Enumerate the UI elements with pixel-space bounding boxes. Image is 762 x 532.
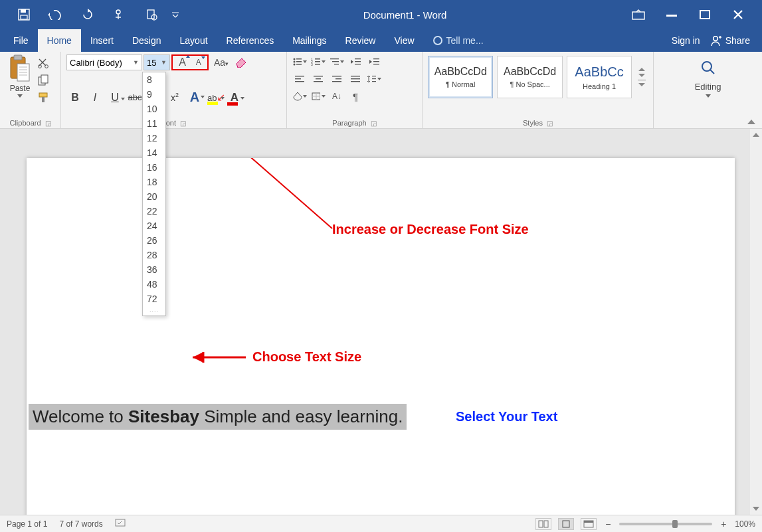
sign-in-link[interactable]: Sign in	[672, 35, 700, 46]
tab-mailings[interactable]: Mailings	[283, 29, 335, 52]
font-color-button[interactable]: A	[227, 91, 242, 104]
scroll-up-button[interactable]	[750, 129, 762, 141]
strikethrough-button[interactable]: abc	[128, 92, 142, 102]
chevron-down-icon[interactable]	[638, 83, 645, 86]
paragraph-launcher-icon[interactable]: ◲	[371, 120, 377, 127]
size-option[interactable]: 14	[143, 145, 165, 160]
text-effects-button[interactable]: A	[187, 90, 202, 105]
read-mode-button[interactable]	[535, 518, 551, 530]
size-option[interactable]: 22	[143, 204, 165, 219]
styles-launcher-icon[interactable]: ◲	[547, 120, 553, 127]
style-normal[interactable]: AaBbCcDd ¶ Normal	[428, 56, 493, 98]
tab-home[interactable]: Home	[38, 29, 81, 52]
paste-button[interactable]: Paste	[5, 54, 35, 104]
align-center-button[interactable]	[311, 73, 326, 85]
clipboard-launcher-icon[interactable]: ◲	[45, 120, 51, 127]
show-marks-button[interactable]: ¶	[348, 90, 363, 102]
zoom-thumb[interactable]	[672, 520, 678, 528]
format-painter-button[interactable]	[37, 92, 50, 104]
font-size-selector[interactable]: 15 ▼	[143, 54, 170, 70]
line-spacing-button[interactable]	[367, 73, 381, 85]
font-size-dropdown[interactable]: 8 9 10 11 12 14 16 18 20 22 24 26 28 36 …	[142, 72, 166, 316]
print-preview-button[interactable]	[142, 5, 161, 24]
undo-button[interactable]	[43, 5, 69, 24]
align-left-button[interactable]	[292, 73, 307, 85]
size-option[interactable]: 8	[143, 72, 165, 87]
minimize-button[interactable]	[662, 5, 681, 24]
increase-indent-button[interactable]	[367, 56, 381, 68]
underline-button[interactable]: U	[108, 92, 122, 104]
touch-mode-button[interactable]	[106, 5, 133, 24]
qat-customize-dropdown[interactable]	[170, 5, 181, 24]
borders-button[interactable]	[311, 90, 326, 102]
size-option[interactable]: 16	[143, 160, 165, 175]
size-option[interactable]: 18	[143, 175, 165, 189]
size-option[interactable]: 9	[143, 87, 165, 102]
increase-font-size-button[interactable]: A	[179, 56, 186, 68]
clear-formatting-button[interactable]	[234, 56, 250, 69]
styles-gallery-scroll[interactable]	[636, 68, 648, 86]
tab-file[interactable]: File	[4, 29, 38, 52]
page[interactable]: Increase or Decrease Font Size Choose Te…	[27, 158, 735, 515]
size-option[interactable]: 28	[143, 248, 165, 262]
highlight-button[interactable]: ab↙	[207, 91, 222, 104]
copy-button[interactable]	[37, 74, 50, 86]
size-option[interactable]: 10	[143, 102, 165, 116]
tell-me-search[interactable]: Tell me...	[433, 29, 484, 52]
size-option[interactable]: 48	[143, 277, 165, 292]
decrease-font-size-button[interactable]: A	[196, 58, 201, 67]
zoom-in-button[interactable]: +	[719, 519, 728, 529]
word-count[interactable]: 7 of 7 words	[59, 519, 102, 529]
change-case-button[interactable]: Aa▾	[210, 57, 233, 68]
tab-insert[interactable]: Insert	[81, 29, 123, 52]
web-layout-button[interactable]	[581, 518, 597, 530]
bullets-button[interactable]	[292, 56, 307, 68]
font-name-selector[interactable]: Calibri (Body) ▼	[66, 54, 142, 70]
proofing-icon[interactable]	[115, 518, 127, 529]
chevron-down-icon[interactable]	[638, 74, 645, 77]
ribbon-options-icon[interactable]	[629, 5, 648, 24]
tab-references[interactable]: References	[217, 29, 284, 52]
tab-view[interactable]: View	[385, 29, 423, 52]
save-icon[interactable]	[15, 5, 33, 24]
print-layout-button[interactable]	[558, 518, 574, 530]
cut-button[interactable]	[37, 57, 50, 69]
size-option[interactable]: 12	[143, 131, 165, 145]
tab-design[interactable]: Design	[123, 29, 171, 52]
size-option[interactable]: 20	[143, 189, 165, 204]
superscript-button[interactable]: x2	[167, 92, 182, 103]
tab-review[interactable]: Review	[336, 29, 385, 52]
collapse-ribbon-button[interactable]	[747, 120, 755, 124]
multilevel-list-button[interactable]	[330, 56, 344, 68]
size-option[interactable]: 72	[143, 292, 165, 306]
chevron-up-icon[interactable]	[638, 68, 645, 71]
share-button[interactable]: Share	[710, 35, 750, 46]
shading-button[interactable]	[292, 90, 307, 102]
scroll-down-button[interactable]	[750, 503, 762, 515]
italic-button[interactable]: I	[88, 92, 102, 104]
decrease-indent-button[interactable]	[348, 56, 363, 68]
justify-button[interactable]	[348, 73, 363, 85]
zoom-level[interactable]: 100%	[735, 519, 755, 529]
page-indicator[interactable]: Page 1 of 1	[7, 519, 47, 529]
zoom-out-button[interactable]: −	[603, 519, 613, 529]
dropdown-resize-grip[interactable]: ∙∙∙∙	[143, 306, 165, 315]
selected-text[interactable]: Welcome to Sitesbay Simple and easy lear…	[29, 404, 407, 430]
zoom-slider[interactable]	[619, 523, 712, 525]
vertical-scrollbar[interactable]	[750, 129, 762, 515]
style-heading-1[interactable]: AaBbCc Heading 1	[567, 56, 632, 98]
style-no-spacing[interactable]: AaBbCcDd ¶ No Spac...	[497, 56, 562, 98]
size-option[interactable]: 24	[143, 219, 165, 233]
numbering-button[interactable]: 123	[311, 56, 326, 68]
close-button[interactable]	[729, 5, 747, 24]
paste-dropdown-icon[interactable]	[17, 94, 23, 98]
size-option[interactable]: 36	[143, 262, 165, 277]
size-option[interactable]: 11	[143, 116, 165, 131]
sort-button[interactable]: A↓	[330, 90, 344, 102]
tab-layout[interactable]: Layout	[171, 29, 217, 52]
size-option[interactable]: 26	[143, 233, 165, 248]
font-launcher-icon[interactable]: ◲	[180, 120, 186, 127]
redo-button[interactable]	[78, 5, 97, 24]
editing-button[interactable]: Editing	[659, 54, 757, 98]
align-right-button[interactable]	[330, 73, 344, 85]
